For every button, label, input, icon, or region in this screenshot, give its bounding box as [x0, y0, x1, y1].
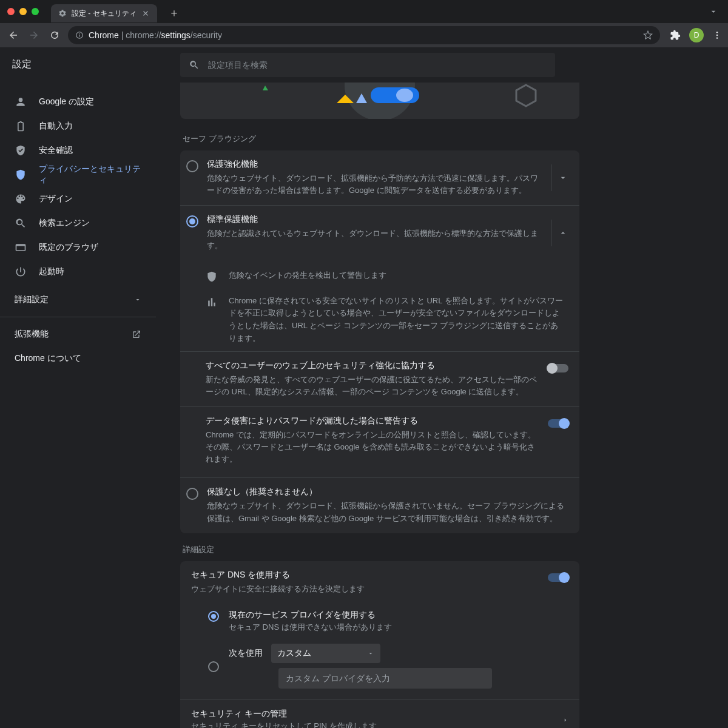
browser-tab[interactable]: 設定 - セキュリティ — [51, 4, 157, 22]
profile-avatar[interactable]: D — [689, 28, 704, 42]
sidebar-item-startup[interactable]: 起動時 — [0, 260, 156, 284]
sidebar-item-search[interactable]: 検索エンジン — [0, 211, 156, 235]
svg-point-4 — [716, 35, 718, 36]
radio-none[interactable] — [186, 488, 198, 500]
settings-sidebar: Google の設定 自動入力 安全確認 プライバシーとセキュリティ デザイン … — [0, 83, 156, 728]
tab-overflow-icon[interactable] — [706, 4, 721, 19]
dns-custom-input[interactable] — [278, 668, 492, 689]
browser-icon — [15, 241, 27, 254]
radio-dns-custom[interactable] — [208, 661, 219, 672]
shield-icon — [15, 169, 27, 181]
advanced-card: セキュア DNS を使用する ウェブサイトに安全に接続する方法を決定します 現在… — [180, 561, 579, 728]
settings-icon — [58, 9, 67, 18]
radio-dns-current[interactable] — [208, 611, 219, 622]
sidebar-item-privacy[interactable]: プライバシーとセキュリティ — [0, 163, 156, 187]
settings-title: 設定 — [12, 58, 32, 71]
toggle-help-improve: すべてのユーザーのウェブ上のセキュリティ強化に協力する 新たな脅威の発見と、すべ… — [180, 351, 579, 406]
settings-search[interactable] — [180, 53, 555, 77]
reload-button[interactable] — [47, 28, 62, 42]
option-enhanced[interactable]: 保護強化機能 危険なウェブサイト、ダウンロード、拡張機能から予防的な方法で迅速に… — [180, 150, 579, 206]
window-tab-strip: 設定 - セキュリティ — [0, 0, 728, 23]
switch-secure-dns[interactable] — [548, 573, 568, 582]
settings-header: 設定 — [0, 47, 728, 83]
svg-marker-12 — [263, 86, 268, 90]
svg-point-5 — [716, 37, 718, 38]
palette-icon — [15, 193, 27, 205]
new-tab-button[interactable] — [166, 5, 183, 22]
sidebar-item-default-browser[interactable]: 既定のブラウザ — [0, 235, 156, 260]
sidebar-advanced[interactable]: 詳細設定 — [0, 288, 156, 312]
close-tab-icon[interactable] — [141, 9, 150, 18]
browser-toolbar: Chrome | chrome://settings/security D — [0, 23, 728, 47]
option-none[interactable]: 保護なし（推奨されません） 危険なウェブサイト、ダウンロード、拡張機能から保護さ… — [180, 477, 579, 533]
section-title-safe-browsing: セーフ ブラウジング — [183, 133, 577, 144]
sidebar-item-safety[interactable]: 安全確認 — [0, 138, 156, 163]
shield-check-icon — [15, 144, 27, 157]
site-info-icon[interactable] — [75, 31, 84, 39]
safe-browsing-card: 保護強化機能 危険なウェブサイト、ダウンロード、拡張機能から予防的な方法で迅速に… — [180, 150, 579, 533]
standard-details: 危険なイベントの発生を検出して警告します Chrome に保存されている安全でな… — [180, 261, 579, 478]
dropdown-arrow-icon — [367, 650, 374, 657]
chevron-right-icon — [562, 717, 568, 723]
settings-search-input[interactable] — [207, 59, 547, 70]
power-icon — [15, 266, 27, 278]
chevron-down-icon — [558, 173, 568, 183]
url-text: Chrome | chrome://settings/security — [89, 30, 222, 40]
tab-title: 設定 - セキュリティ — [72, 8, 136, 19]
svg-rect-2 — [79, 35, 79, 37]
sidebar-item-google[interactable]: Google の設定 — [0, 90, 156, 114]
toggle-password-leak: データ侵害によりパスワードが漏洩した場合に警告する Chrome では、定期的に… — [180, 406, 579, 474]
close-window[interactable] — [7, 8, 15, 15]
svg-point-3 — [716, 32, 718, 33]
person-icon — [15, 96, 27, 108]
radio-enhanced[interactable] — [186, 160, 198, 172]
bars-icon — [206, 296, 218, 308]
svg-marker-11 — [516, 85, 536, 106]
divider — [0, 317, 156, 317]
svg-point-10 — [396, 89, 413, 102]
overflow-menu-icon[interactable] — [712, 30, 722, 40]
address-bar[interactable]: Chrome | chrome://settings/security — [68, 26, 660, 44]
bookmark-star-icon[interactable] — [643, 30, 653, 40]
maximize-window[interactable] — [32, 8, 39, 15]
window-controls — [7, 8, 39, 15]
switch-password-leak[interactable] — [548, 419, 568, 428]
search-icon — [15, 217, 27, 229]
dns-current-provider[interactable]: 現在のサービス プロバイダを使用する セキュア DNS は使用できない場合があり… — [180, 604, 579, 638]
section-title-advanced: 詳細設定 — [183, 544, 577, 555]
extensions-icon[interactable] — [670, 30, 681, 41]
sidebar-item-autofill[interactable]: 自動入力 — [0, 114, 156, 138]
chevron-down-icon — [134, 296, 141, 303]
dns-custom-provider[interactable]: 次を使用 カスタム — [180, 638, 579, 693]
secure-dns-row: セキュア DNS を使用する ウェブサイトに安全に接続する方法を決定します — [180, 561, 579, 604]
svg-point-1 — [79, 33, 79, 34]
search-icon — [189, 59, 200, 70]
open-external-icon — [132, 329, 141, 339]
radio-standard[interactable] — [186, 215, 198, 228]
chevron-up-icon — [558, 228, 568, 238]
security-keys-row[interactable]: セキュリティ キーの管理 セキュリティ キーをリセットして PIN を作成します — [180, 699, 579, 728]
expand-enhanced[interactable] — [551, 164, 573, 191]
collapse-standard[interactable] — [551, 220, 573, 246]
clipboard-icon — [15, 120, 27, 132]
hero-illustration — [180, 83, 579, 119]
sidebar-extensions[interactable]: 拡張機能 — [0, 322, 156, 346]
shield-icon — [206, 271, 218, 283]
sidebar-item-appearance[interactable]: デザイン — [0, 187, 156, 211]
back-button[interactable] — [6, 28, 21, 42]
sidebar-about[interactable]: Chrome について — [0, 346, 156, 371]
switch-help-improve[interactable] — [548, 364, 568, 372]
dns-provider-select[interactable]: カスタム — [271, 644, 380, 663]
forward-button[interactable] — [27, 28, 41, 42]
option-standard[interactable]: 標準保護機能 危険だと認識されているウェブサイト、ダウンロード、拡張機能から標準… — [180, 206, 579, 260]
minimize-window[interactable] — [19, 8, 27, 15]
